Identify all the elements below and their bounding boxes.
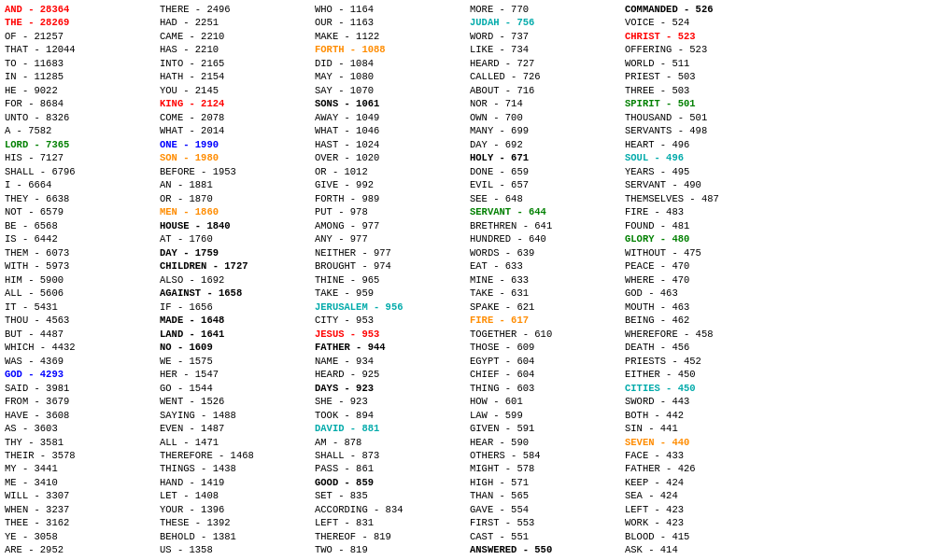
list-item: THY - 3581 [5,436,154,449]
list-item: GLORY - 480 [625,232,774,245]
word-entry: GIVEN - 591 [470,423,534,434]
word-entry: DEATH - 456 [625,342,689,353]
list-item: HOLY - 671 [470,151,619,164]
word-entry: SERVANTS - 498 [625,125,707,136]
word-entry: TOOK - 894 [315,410,374,421]
list-item: LIKE - 734 [470,43,619,56]
word-entry: HER - 1547 [160,369,219,380]
list-item: FORTH - 1088 [315,43,464,56]
word-entry: ALL - 1471 [160,437,219,448]
list-item: SOUL - 496 [625,151,774,164]
list-item: TAKE - 959 [315,287,464,300]
word-entry: SEVEN - 440 [625,437,689,448]
word-entry: NEITHER - 977 [315,247,391,259]
list-item: ACCORDING - 834 [315,503,464,516]
list-item: WHERE - 470 [625,273,774,287]
word-entry: WORLD - 511 [625,58,689,69]
list-item: THOU - 4563 [5,314,154,327]
word-entry: NO - 1609 [160,342,213,353]
word-entry: SAID - 3981 [5,383,69,394]
list-item: BE - 6568 [5,219,154,232]
word-entry: LIKE - 734 [470,44,529,55]
list-item: FATHER - 944 [315,341,464,354]
word-entry: CALLED - 726 [470,71,541,82]
word-entry: TO - 11683 [5,58,64,69]
word-entry: ME - 3410 [5,477,58,488]
list-item: HER - 1547 [160,368,309,381]
list-item: WITH - 5973 [5,259,154,273]
word-entry: MY - 3441 [5,463,58,474]
list-item: THING - 603 [470,382,619,395]
word-entry: WHAT - 1046 [315,125,379,136]
list-item: CAME - 2210 [160,30,309,43]
list-item: SERVANT - 644 [470,205,619,218]
list-item: EGYPT - 604 [470,355,619,368]
list-item: THE - 28269 [5,16,154,29]
list-item: THESE - 1392 [160,516,309,529]
list-item: THOSE - 609 [470,341,619,354]
word-entry: YOU - 2145 [160,85,219,96]
word-entry: SEA - 424 [625,490,678,501]
list-item: SON - 1980 [160,151,309,164]
list-item: LEFT - 831 [315,516,464,529]
list-item: SAID - 3981 [5,382,154,395]
word-entry: TAKE - 959 [315,287,374,299]
list-item: THEREOF - 819 [315,530,464,543]
word-entry: GOOD - 859 [315,477,374,488]
word-entry: BE - 6568 [5,220,58,231]
word-entry: AGAINST - 1658 [160,287,242,299]
word-entry: WHICH - 4432 [5,342,76,353]
word-entry: THINGS - 1438 [160,463,236,474]
word-entry: THY - 3581 [5,437,64,448]
word-entry: PRIESTS - 452 [625,356,701,367]
list-item: SAY - 1070 [315,84,464,97]
word-entry: GLORY - 480 [625,233,689,245]
list-item: OF - 21257 [5,30,154,43]
word-entry: FACE - 433 [625,450,684,461]
list-item: BEHOLD - 1381 [160,530,309,543]
list-item: OTHERS - 584 [470,449,619,462]
list-item: HOW - 601 [470,395,619,408]
list-item: CALLED - 726 [470,70,619,83]
list-item: AS - 3603 [5,422,154,435]
word-entry: EVIL - 657 [470,179,529,190]
word-entry: FORTH - 989 [315,193,379,204]
list-item: MY - 3441 [5,462,154,475]
word-entry: BLOOD - 415 [625,531,689,542]
word-entry: BOTH - 442 [625,410,684,421]
word-entry: BEFORE - 1953 [160,166,236,177]
word-entry: OVER - 1020 [315,152,379,163]
list-item: NOR - 714 [470,97,619,110]
word-entry: TOGETHER - 610 [470,329,552,340]
list-item: HEARD - 727 [470,57,619,70]
list-item: FOR - 8684 [5,97,154,110]
list-item: WORK - 423 [625,516,774,529]
word-entry: I - 6664 [5,179,51,190]
word-entry: EVEN - 1487 [160,423,224,434]
list-item: GO - 1544 [160,382,309,395]
list-item: IS - 6442 [5,232,154,245]
list-item: PRIEST - 503 [625,70,774,83]
word-entry: HAS - 2210 [160,44,219,55]
word-entry: THESE - 1392 [160,517,231,528]
word-entry: WHO - 1164 [315,4,374,15]
list-item: DAY - 692 [470,138,619,151]
word-entry: OR - 1012 [315,166,368,177]
list-item: SEE - 648 [470,192,619,205]
word-entry: DAY - 1759 [160,247,219,259]
word-entry: BEING - 462 [625,315,689,326]
list-item: THEM - 6073 [5,246,154,259]
list-item: EVIL - 657 [470,178,619,191]
list-item: SET - 835 [315,489,464,502]
word-entry: WORK - 423 [625,517,684,528]
list-item: UNTO - 8326 [5,111,154,124]
word-entry: ARE - 2952 [5,544,64,555]
word-entry: HOLY - 671 [470,152,529,163]
word-entry: WAS - 4369 [5,356,64,367]
word-entry: FORTH - 1088 [315,44,386,55]
list-item: CHIEF - 604 [470,368,619,381]
word-entry: FOUND - 481 [625,220,689,231]
list-item: HE - 9022 [5,84,154,97]
word-entry: LEFT - 831 [315,517,374,528]
word-entry: SERVANT - 644 [470,206,546,217]
